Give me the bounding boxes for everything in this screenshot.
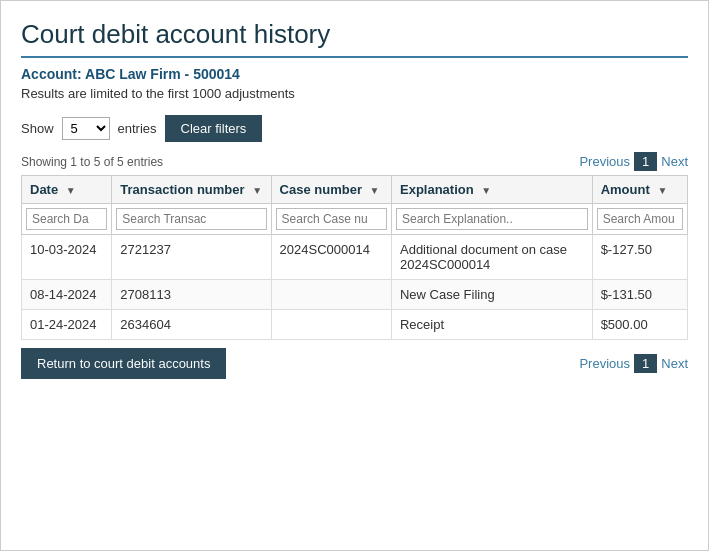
table-row: 01-24-20242634604Receipt$500.00 <box>22 310 688 340</box>
pagination-bottom: Previous 1 Next <box>579 354 688 373</box>
cell-amount: $-127.50 <box>592 235 687 280</box>
bottom-row: Return to court debit accounts Previous … <box>21 348 688 379</box>
search-input-trans[interactable] <box>116 208 266 230</box>
pagination-top-row: Showing 1 to 5 of 5 entries Previous 1 N… <box>21 152 688 171</box>
search-cell-date <box>22 204 112 235</box>
showing-text-top: Showing 1 to 5 of 5 entries <box>21 155 163 169</box>
cell-trans_num: 2721237 <box>112 235 271 280</box>
search-cell-trans <box>112 204 271 235</box>
col-header-case: Case number ▼ <box>271 176 391 204</box>
sort-icon-trans[interactable]: ▼ <box>252 185 262 196</box>
sort-icon-case[interactable]: ▼ <box>370 185 380 196</box>
search-input-date[interactable] <box>26 208 107 230</box>
page-container: Court debit account history Account: ABC… <box>0 0 709 551</box>
previous-link-bottom[interactable]: Previous <box>579 356 630 371</box>
search-cell-case <box>271 204 391 235</box>
sort-icon-amount[interactable]: ▼ <box>657 185 667 196</box>
data-table: Date ▼ Transaction number ▼ Case number … <box>21 175 688 340</box>
cell-case_num <box>271 280 391 310</box>
show-label: Show <box>21 121 54 136</box>
search-row <box>22 204 688 235</box>
controls-row: Show 5 10 25 50 entries Clear filters <box>21 115 688 142</box>
cell-date: 08-14-2024 <box>22 280 112 310</box>
cell-explanation: Additional document on case 2024SC000014 <box>391 235 592 280</box>
page-number-top[interactable]: 1 <box>634 152 657 171</box>
page-title: Court debit account history <box>21 19 688 58</box>
sort-icon-date[interactable]: ▼ <box>66 185 76 196</box>
col-header-amount: Amount ▼ <box>592 176 687 204</box>
table-row: 10-03-202427212372024SC000014Additional … <box>22 235 688 280</box>
next-link-top[interactable]: Next <box>661 154 688 169</box>
cell-trans_num: 2708113 <box>112 280 271 310</box>
results-limit: Results are limited to the first 1000 ad… <box>21 86 688 101</box>
cell-date: 10-03-2024 <box>22 235 112 280</box>
cell-amount: $-131.50 <box>592 280 687 310</box>
clear-filters-button[interactable]: Clear filters <box>165 115 263 142</box>
entries-label: entries <box>118 121 157 136</box>
col-header-date: Date ▼ <box>22 176 112 204</box>
cell-case_num: 2024SC000014 <box>271 235 391 280</box>
next-link-bottom[interactable]: Next <box>661 356 688 371</box>
search-input-amount[interactable] <box>597 208 683 230</box>
cell-explanation: Receipt <box>391 310 592 340</box>
search-cell-explanation <box>391 204 592 235</box>
account-label: Account: ABC Law Firm - 500014 <box>21 66 688 82</box>
cell-case_num <box>271 310 391 340</box>
page-number-bottom[interactable]: 1 <box>634 354 657 373</box>
col-header-explanation: Explanation ▼ <box>391 176 592 204</box>
sort-icon-explanation[interactable]: ▼ <box>481 185 491 196</box>
cell-explanation: New Case Filing <box>391 280 592 310</box>
table-header-row: Date ▼ Transaction number ▼ Case number … <box>22 176 688 204</box>
table-row: 08-14-20242708113New Case Filing$-131.50 <box>22 280 688 310</box>
cell-amount: $500.00 <box>592 310 687 340</box>
col-header-trans: Transaction number ▼ <box>112 176 271 204</box>
cell-trans_num: 2634604 <box>112 310 271 340</box>
cell-date: 01-24-2024 <box>22 310 112 340</box>
search-input-explanation[interactable] <box>396 208 588 230</box>
search-input-case[interactable] <box>276 208 387 230</box>
pagination-top: Previous 1 Next <box>579 152 688 171</box>
table-body: 10-03-202427212372024SC000014Additional … <box>22 235 688 340</box>
entries-select[interactable]: 5 10 25 50 <box>62 117 110 140</box>
previous-link-top[interactable]: Previous <box>579 154 630 169</box>
return-button[interactable]: Return to court debit accounts <box>21 348 226 379</box>
search-cell-amount <box>592 204 687 235</box>
